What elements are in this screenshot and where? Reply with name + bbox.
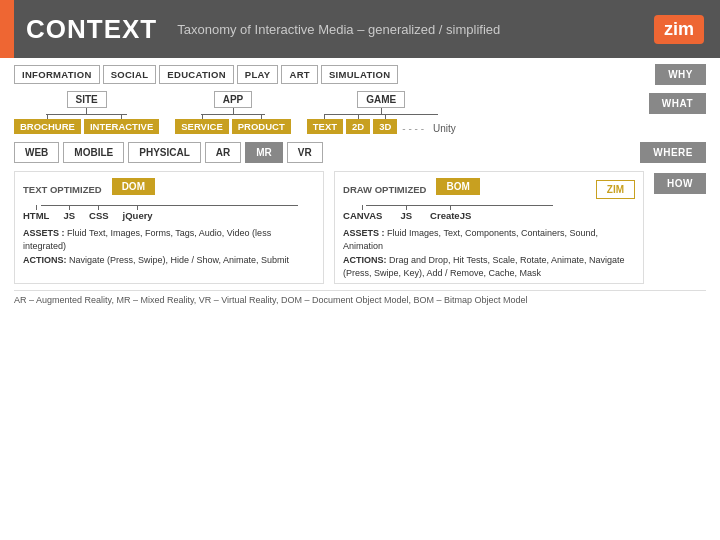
site-parent: SITE — [67, 91, 107, 108]
game-hline — [325, 114, 438, 115]
where-mobile[interactable]: MOBILE — [63, 142, 124, 163]
site-hline — [46, 114, 127, 115]
site-tree: SITE BROCHURE INTERACTIVE — [14, 91, 159, 134]
header: CONTEXT Taxonomy of Interactive Media – … — [0, 0, 720, 58]
bom-hline — [366, 205, 553, 206]
html-item: HTML — [23, 210, 49, 221]
app-parent: APP — [214, 91, 253, 108]
header-title: CONTEXT — [26, 14, 157, 45]
where-row: WEB MOBILE PHYSICAL AR MR VR WHERE — [14, 142, 706, 163]
how-left-box: TEXT OPTIMIZED DOM HTML JS — [14, 171, 324, 284]
cat-art[interactable]: ART — [281, 65, 317, 84]
how-right-title: DRAW OPTIMIZED — [343, 184, 426, 195]
how-label: HOW — [654, 173, 706, 194]
actions-text-left: Navigate (Press, Swipe), Hide / Show, An… — [69, 255, 289, 265]
interactive-child: INTERACTIVE — [84, 114, 159, 134]
css-item: CSS — [89, 210, 109, 221]
how-row: TEXT OPTIMIZED DOM HTML JS — [14, 171, 706, 284]
why-label: WHY — [655, 64, 706, 85]
where-ar[interactable]: AR — [205, 142, 241, 163]
how-left-title: TEXT OPTIMIZED — [23, 184, 102, 195]
service-btn[interactable]: SERVICE — [175, 119, 229, 134]
text-child: TEXT — [307, 114, 343, 134]
cat-simulation[interactable]: SIMULATION — [321, 65, 398, 84]
js-item-right: JS — [400, 210, 412, 221]
dom-btn[interactable]: DOM — [112, 178, 155, 195]
where-web[interactable]: WEB — [14, 142, 59, 163]
3d-child: 3D — [373, 114, 397, 134]
product-child: PRODUCT — [232, 114, 291, 134]
where-mr[interactable]: MR — [245, 142, 283, 163]
product-btn[interactable]: PRODUCT — [232, 119, 291, 134]
what-label: WHAT — [649, 93, 706, 114]
app-hline — [201, 114, 266, 115]
info-row: INFORMATION SOCIAL EDUCATION PLAY ART SI… — [14, 64, 706, 85]
main-content: INFORMATION SOCIAL EDUCATION PLAY ART SI… — [0, 58, 720, 311]
brochure-btn[interactable]: BROCHURE — [14, 119, 81, 134]
footer-text: AR – Augmented Reality, MR – Mixed Reali… — [14, 295, 528, 305]
actions-label-right: ACTIONS: — [343, 255, 387, 265]
zim-btn[interactable]: ZIM — [596, 180, 635, 199]
how-left-assets: ASSETS : Fluid Text, Images, Forms, Tags… — [23, 227, 315, 252]
cat-education[interactable]: EDUCATION — [159, 65, 233, 84]
assets-label-right: ASSETS : — [343, 228, 385, 238]
where-physical[interactable]: PHYSICAL — [128, 142, 201, 163]
what-row: SITE BROCHURE INTERACTIVE — [14, 91, 706, 134]
canvas-item: CANVAS — [343, 210, 382, 221]
service-child: SERVICE — [175, 114, 229, 134]
text-btn[interactable]: TEXT — [307, 119, 343, 134]
interactive-btn[interactable]: INTERACTIVE — [84, 119, 159, 134]
brochure-child: BROCHURE — [14, 114, 81, 134]
cat-play[interactable]: PLAY — [237, 65, 279, 84]
js-item: JS — [63, 210, 75, 221]
cat-information[interactable]: INFORMATION — [14, 65, 100, 84]
dashes: - - - - — [402, 123, 424, 134]
game-parent: GAME — [357, 91, 405, 108]
where-label: WHERE — [640, 142, 706, 163]
footer: AR – Augmented Reality, MR – Mixed Reali… — [14, 290, 706, 305]
how-right-assets: ASSETS : Fluid Images, Text, Components,… — [343, 227, 635, 252]
game-tree: GAME TEXT 2D — [307, 91, 456, 134]
cat-social[interactable]: SOCIAL — [103, 65, 157, 84]
createjs-item: CreateJS — [430, 210, 471, 221]
2d-btn[interactable]: 2D — [346, 119, 370, 134]
how-right-box: DRAW OPTIMIZED BOM ZIM CANVAS JS — [334, 171, 644, 284]
3d-btn[interactable]: 3D — [373, 119, 397, 134]
jquery-item: jQuery — [123, 210, 153, 221]
header-subtitle: Taxonomy of Interactive Media – generali… — [177, 22, 500, 37]
2d-child: 2D — [346, 114, 370, 134]
assets-label-left: ASSETS : — [23, 228, 65, 238]
where-vr[interactable]: VR — [287, 142, 323, 163]
dom-hline — [41, 205, 298, 206]
left-accent-bar — [0, 0, 14, 58]
actions-label-left: ACTIONS: — [23, 255, 67, 265]
unity-label: Unity — [433, 123, 456, 134]
how-left-actions: ACTIONS: Navigate (Press, Swipe), Hide /… — [23, 254, 315, 267]
zim-logo: zim — [654, 15, 704, 44]
how-right-actions: ACTIONS: Drag and Drop, Hit Tests, Scale… — [343, 254, 635, 279]
bom-btn[interactable]: BOM — [436, 178, 479, 195]
app-tree: APP SERVICE PRODUCT — [175, 91, 291, 134]
